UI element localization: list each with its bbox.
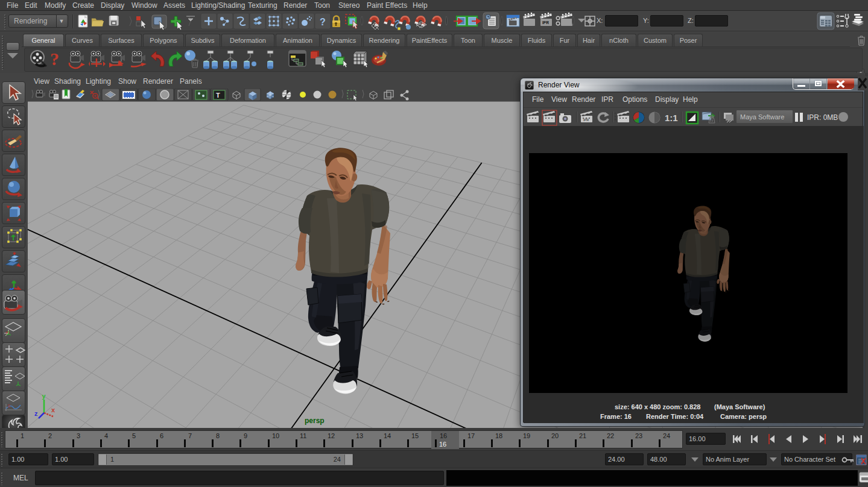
svg-text:z: z: [34, 410, 38, 417]
svg-text:persp: persp: [305, 416, 325, 425]
svg-text:x: x: [51, 406, 55, 413]
svg-text:1:1: 1:1: [665, 113, 678, 123]
svg-text:IPR: IPR: [583, 118, 589, 122]
svg-text:T: T: [216, 92, 220, 99]
svg-text:y: y: [42, 392, 46, 400]
svg-text:?: ?: [50, 49, 59, 69]
svg-text:IPR: 0MB: IPR: 0MB: [807, 113, 838, 122]
